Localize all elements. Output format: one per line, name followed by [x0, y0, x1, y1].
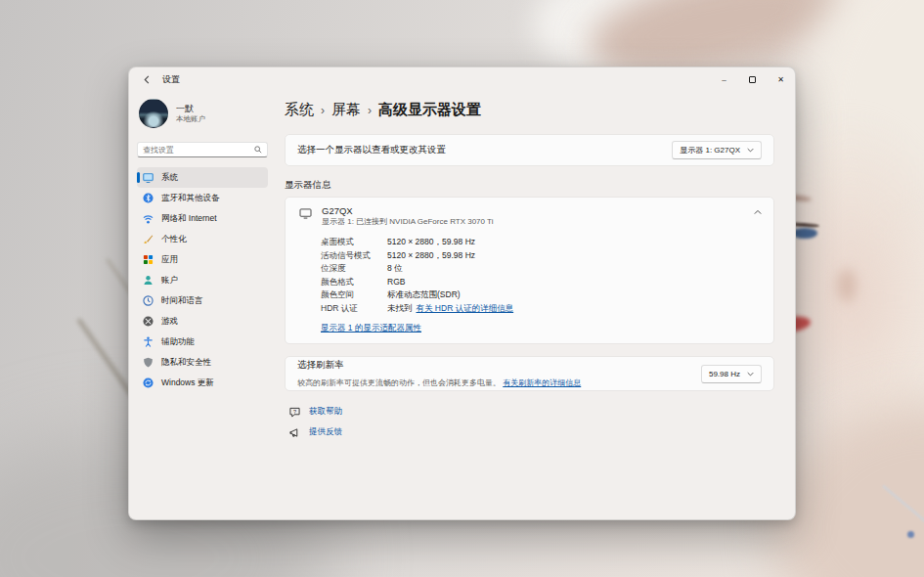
display-select-dropdown[interactable]: 显示器 1: G27QX: [672, 141, 762, 159]
sidebar-item-gaming[interactable]: 游戏: [137, 311, 268, 332]
sidebar-item-bluetooth[interactable]: 蓝牙和其他设备: [137, 188, 268, 208]
bluetooth-icon: [143, 193, 154, 203]
window-title: 设置: [162, 73, 180, 86]
display-info-header[interactable]: G27QX 显示器 1: 已连接到 NVIDIA GeForce RTX 307…: [297, 205, 762, 227]
footer-link-label: 获取帮助: [309, 406, 342, 418]
get-help-link[interactable]: ?获取帮助: [289, 406, 774, 418]
spec-label: 颜色空间: [321, 288, 387, 302]
minimize-button[interactable]: –: [710, 67, 738, 91]
person-icon: [143, 275, 154, 286]
refresh-rate-title: 选择刷新率: [297, 359, 581, 372]
spec-row: 颜色空间标准动态范围(SDR): [321, 288, 762, 302]
feedback-icon: [289, 427, 300, 438]
sidebar-item-label: 账户: [161, 275, 178, 287]
paintbrush-icon: [143, 234, 154, 244]
search-icon: [254, 146, 262, 154]
select-display-label: 选择一个显示器以查看或更改其设置: [297, 144, 446, 156]
spec-label: 位深度: [321, 262, 387, 276]
spec-label: 桌面模式: [321, 236, 387, 249]
spec-value: 5120 × 2880，59.98 Hz: [387, 236, 475, 249]
maximize-button[interactable]: [738, 67, 767, 91]
apps-grid-icon: [143, 254, 154, 265]
spec-value: RGB: [387, 276, 405, 289]
sidebar-item-label: 辅助功能: [161, 336, 195, 348]
monitor-name: G27QX: [322, 205, 493, 217]
background-necklace-chain: [882, 485, 924, 524]
spec-row: HDR 认证未找到有关 HDR 认证的详细信息: [321, 302, 762, 316]
breadcrumb-separator: ›: [368, 104, 372, 117]
select-display-card: 选择一个显示器以查看或更改其设置 显示器 1: G27QX: [285, 134, 774, 166]
spec-row: 颜色格式RGB: [321, 276, 762, 289]
system-icon: [143, 172, 154, 183]
clock-globe-icon: [143, 295, 154, 306]
refresh-rate-dropdown[interactable]: 59.98 Hz: [701, 365, 762, 383]
spec-value: 标准动态范围(SDR): [387, 288, 461, 302]
spec-row: 活动信号模式5120 × 2880，59.98 Hz: [321, 249, 762, 263]
user-account-type: 本地账户: [176, 114, 205, 123]
sidebar-nav: 系统蓝牙和其他设备网络和 Internet个性化应用账户时间和语言游戏辅助功能隐…: [137, 167, 268, 393]
sidebar-item-label: 应用: [161, 254, 178, 266]
network-icon: [143, 213, 154, 224]
maximize-icon: [749, 76, 756, 83]
spec-value: 8 位: [387, 262, 403, 276]
breadcrumb-display[interactable]: 屏幕: [331, 101, 361, 119]
chevron-up-icon[interactable]: [754, 209, 762, 215]
sidebar-item-network[interactable]: 网络和 Internet: [137, 208, 268, 229]
give-feedback-link[interactable]: 提供反馈: [289, 426, 774, 438]
sidebar-item-accounts[interactable]: 账户: [137, 270, 268, 290]
refresh-rate-value: 59.98 Hz: [709, 370, 740, 378]
back-arrow-icon: [143, 75, 152, 84]
sidebar-item-privacy[interactable]: 隐私和安全性: [137, 352, 268, 373]
breadcrumb-system[interactable]: 系统: [285, 101, 314, 119]
background-hair-blob: [849, 225, 924, 577]
sidebar-item-label: 系统: [161, 172, 178, 184]
titlebar: 设置 – ✕: [129, 67, 795, 91]
sidebar-item-label: 蓝牙和其他设备: [161, 193, 220, 204]
spec-row: 位深度8 位: [321, 262, 762, 276]
refresh-rate-description-text: 较高的刷新率可提供更流畅的动作，但也会消耗更多电量。: [297, 378, 501, 387]
display-adapter-properties-link[interactable]: 显示器 1 的显示适配器属性: [321, 323, 421, 334]
sidebar-item-windows-update[interactable]: Windows 更新: [137, 373, 268, 393]
close-icon: ✕: [777, 75, 784, 84]
accessibility-icon: [143, 336, 154, 347]
background-nose-shadow: [837, 269, 857, 302]
sidebar-item-label: Windows 更新: [161, 377, 214, 389]
display-info-card: G27QX 显示器 1: 已连接到 NVIDIA GeForce RTX 307…: [285, 197, 774, 344]
refresh-rate-description: 较高的刷新率可提供更流畅的动作，但也会消耗更多电量。 有关刷新率的详细信息: [297, 378, 581, 387]
sidebar-item-time-language[interactable]: 时间和语言: [137, 290, 268, 311]
spec-label: HDR 认证: [321, 302, 387, 316]
spec-row: 桌面模式5120 × 2880，59.98 Hz: [321, 236, 762, 249]
update-arrows-icon: [143, 377, 154, 388]
user-account[interactable]: 一默 本地账户: [137, 95, 268, 132]
settings-search: [137, 142, 268, 157]
display-specs: 桌面模式5120 × 2880，59.98 Hz活动信号模式5120 × 288…: [321, 236, 762, 315]
sidebar-item-apps[interactable]: 应用: [137, 249, 268, 270]
chevron-down-icon: [747, 372, 754, 377]
sidebar-item-label: 隐私和安全性: [161, 357, 211, 369]
page-title: 高级显示器设置: [378, 101, 481, 119]
sidebar-item-label: 个性化: [161, 234, 187, 245]
shield-icon: [143, 357, 154, 368]
sidebar: 一默 本地账户 系统蓝牙和其他设备网络和 Internet个性化应用账户时间和语…: [129, 91, 276, 519]
spec-label: 活动信号模式: [321, 249, 387, 263]
search-input[interactable]: [143, 146, 254, 155]
refresh-rate-text: 选择刷新率 较高的刷新率可提供更流畅的动作，但也会消耗更多电量。 有关刷新率的详…: [297, 359, 581, 389]
background-hair-blob: [802, 0, 924, 303]
display-info-section-title: 显示器信息: [285, 179, 774, 192]
spec-label: 颜色格式: [321, 276, 387, 289]
spec-value: 5120 × 2880，59.98 Hz: [387, 249, 475, 263]
close-button[interactable]: ✕: [767, 67, 795, 91]
footer-links: ?获取帮助提供反馈: [285, 406, 774, 438]
help-bubble-icon: ?: [289, 407, 300, 418]
footer-link-label: 提供反馈: [309, 426, 342, 438]
hdr-certification-link[interactable]: 有关 HDR 认证的详细信息: [417, 302, 514, 316]
sidebar-item-accessibility[interactable]: 辅助功能: [137, 332, 268, 352]
sidebar-item-label: 时间和语言: [161, 295, 203, 307]
sidebar-item-system[interactable]: 系统: [137, 167, 268, 188]
back-button[interactable]: [140, 72, 154, 86]
refresh-rate-learn-more-link[interactable]: 有关刷新率的详细信息: [503, 378, 581, 387]
monitor-icon: [299, 208, 312, 219]
main-content: 系统 › 屏幕 › 高级显示器设置 选择一个显示器以查看或更改其设置 显示器 1…: [276, 91, 795, 519]
breadcrumb-separator: ›: [321, 104, 325, 117]
sidebar-item-personalization[interactable]: 个性化: [137, 229, 268, 249]
